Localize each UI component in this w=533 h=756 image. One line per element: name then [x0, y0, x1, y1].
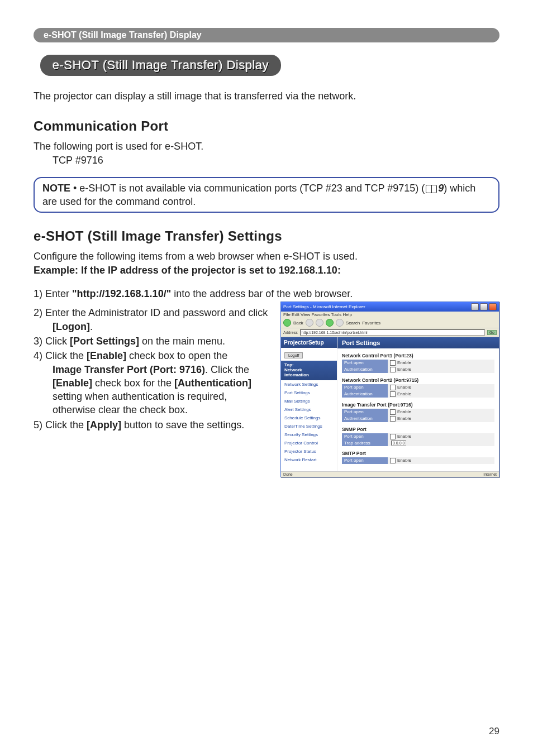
step-bold: [Port Settings]: [70, 336, 139, 347]
comm-port-line1: The following port is used for e-SHOT.: [34, 140, 499, 153]
row-label: Port open: [342, 433, 388, 440]
window-title: Port Settings - Microsoft Internet Explo…: [283, 304, 365, 309]
steps-list-cont: 2) Enter the Administrator ID and passwo…: [34, 306, 269, 432]
checkbox[interactable]: [390, 416, 396, 422]
note-text1: • e-SHOT is not available via communicat…: [70, 183, 425, 194]
step-bold: [Logon]: [53, 321, 90, 332]
address-label: Address: [283, 331, 298, 334]
address-bar-row: Address http://192.168.1.10/admin/portse…: [281, 328, 499, 337]
step-text: check box to open the: [126, 350, 227, 361]
main-content: Port Settings Network Control Port1 (Por…: [337, 337, 499, 471]
row-label: Authentication: [342, 391, 388, 398]
intro-paragraph: The projector can display a still image …: [34, 89, 499, 103]
checkbox[interactable]: [390, 409, 396, 415]
page-header-tab-text: e-SHOT (Still Image Transfer) Display: [44, 30, 202, 40]
logoff-button[interactable]: Logoff: [284, 352, 303, 358]
checkbox-label: Enable: [397, 416, 411, 421]
section-net-port2: Network Control Port2 (Port:9715): [337, 373, 499, 384]
comm-port-heading: Communication Port: [34, 118, 499, 134]
step-bold: [Enable]: [53, 377, 92, 389]
comm-port-line2: TCP #9716: [53, 154, 499, 167]
step-text: 2) Enter the Administrator ID and passwo…: [34, 307, 268, 318]
back-icon[interactable]: [283, 319, 291, 327]
step-text: 4) Click the: [34, 350, 87, 361]
book-icon: [426, 185, 437, 193]
sidebar-item-datetime-settings[interactable]: Date/Time Settings: [281, 422, 337, 430]
sidebar-item-network-settings[interactable]: Network Settings: [281, 380, 337, 389]
main-page-title: Port Settings: [337, 337, 499, 348]
step-text: .: [90, 321, 93, 332]
step-2: 2) Enter the Administrator ID and passwo…: [34, 306, 269, 333]
go-button[interactable]: Go: [487, 330, 497, 335]
settings-heading: e-SHOT (Still Image Transfer) Settings: [34, 228, 499, 244]
minimize-icon[interactable]: [471, 303, 479, 310]
home-icon[interactable]: [336, 319, 344, 327]
browser-menubar[interactable]: File Edit View Favorites Tools Help: [281, 312, 499, 318]
browser-toolbar: Back Search Favorites: [281, 318, 499, 328]
checkbox[interactable]: [390, 458, 396, 463]
row-label: Port open: [342, 409, 388, 415]
sidebar-item-network-restart[interactable]: Network Restart: [281, 456, 337, 464]
search-label[interactable]: Search: [346, 320, 360, 326]
checkbox-label: Enable: [397, 360, 411, 365]
step-text: button to save the settings.: [121, 419, 244, 430]
sidebar-menu: Network Settings Port Settings Mail Sett…: [281, 380, 337, 464]
checkbox[interactable]: [390, 391, 396, 397]
status-zone: Internet: [483, 472, 497, 476]
step-url: "http://192.168.1.10/": [72, 288, 171, 299]
settings-intro1: Configure the following items from a web…: [34, 250, 499, 263]
checkbox-label: Enable: [397, 434, 411, 439]
section-net-port1: Network Control Port1 (Port:23): [337, 348, 499, 360]
row-label: Trap address: [342, 440, 388, 446]
step-bold: [Enable]: [87, 350, 126, 361]
forward-icon[interactable]: [306, 319, 313, 327]
ip-input[interactable]: 0.0.0.0: [391, 441, 406, 446]
refresh-icon[interactable]: [326, 319, 334, 327]
step-bold: [Authentication]: [174, 377, 251, 389]
sidebar: ProjectorSetup Logoff Top: Network Infor…: [281, 337, 337, 471]
checkbox-label: Enable: [397, 458, 411, 463]
settings-intro2: Example: If the IP address of the projec…: [34, 265, 341, 276]
step-bold: Image Transfer Port (Port: 9716): [53, 364, 205, 375]
step-text: 1) Enter: [34, 288, 72, 299]
favorites-label[interactable]: Favorites: [362, 320, 380, 326]
step-text: check box for the: [92, 377, 174, 389]
step-text: . Click the: [205, 364, 249, 375]
checkbox[interactable]: [390, 385, 396, 390]
browser-statusbar: Done Internet: [281, 471, 499, 477]
checkbox[interactable]: [390, 360, 396, 366]
row-label: Port open: [342, 457, 388, 464]
maximize-icon[interactable]: [480, 303, 488, 310]
checkbox[interactable]: [390, 367, 396, 372]
checkbox-label: Enable: [397, 409, 411, 414]
checkbox-label: Enable: [397, 391, 411, 396]
sidebar-item-mail-settings[interactable]: Mail Settings: [281, 397, 337, 405]
step-text: 3) Click: [34, 336, 70, 347]
section-snmp: SNMP Port: [337, 422, 499, 433]
sidebar-item-security-settings[interactable]: Security Settings: [281, 430, 337, 439]
row-label: Authentication: [342, 415, 388, 422]
section-smtp: SMTP Port: [337, 446, 499, 457]
window-titlebar: Port Settings - Microsoft Internet Explo…: [281, 302, 499, 312]
page-header-tab: e-SHOT (Still Image Transfer) Display: [34, 28, 499, 42]
sidebar-item-projector-status[interactable]: Projector Status: [281, 447, 337, 456]
note-page-ref: 9: [438, 183, 444, 194]
step-text: 5) Click the: [34, 419, 87, 430]
sidebar-item-projector-control[interactable]: Projector Control: [281, 439, 337, 447]
back-label[interactable]: Back: [293, 320, 303, 326]
checkbox-label: Enable: [397, 385, 411, 390]
checkbox[interactable]: [390, 434, 396, 439]
close-icon[interactable]: [489, 303, 497, 310]
note-box: NOTE • e-SHOT is not available via commu…: [34, 177, 499, 213]
sidebar-item-schedule-settings[interactable]: Schedule Settings: [281, 414, 337, 422]
address-input[interactable]: http://192.168.1.10/admin/portset.html: [300, 329, 485, 336]
stop-icon[interactable]: [316, 319, 323, 327]
sidebar-item-alert-settings[interactable]: Alert Settings: [281, 405, 337, 414]
row-label: Authentication: [342, 366, 388, 373]
section-image-transfer: Image Transfer Port (Port:9716): [337, 398, 499, 409]
section-title-pill: e-SHOT (Still Image Transfer) Display: [40, 55, 281, 76]
sidebar-active-group[interactable]: Top: Network Information: [281, 361, 337, 380]
sidebar-group-line: Information: [284, 373, 334, 378]
browser-screenshot: Port Settings - Microsoft Internet Explo…: [280, 302, 499, 477]
sidebar-item-port-settings[interactable]: Port Settings: [281, 389, 337, 397]
